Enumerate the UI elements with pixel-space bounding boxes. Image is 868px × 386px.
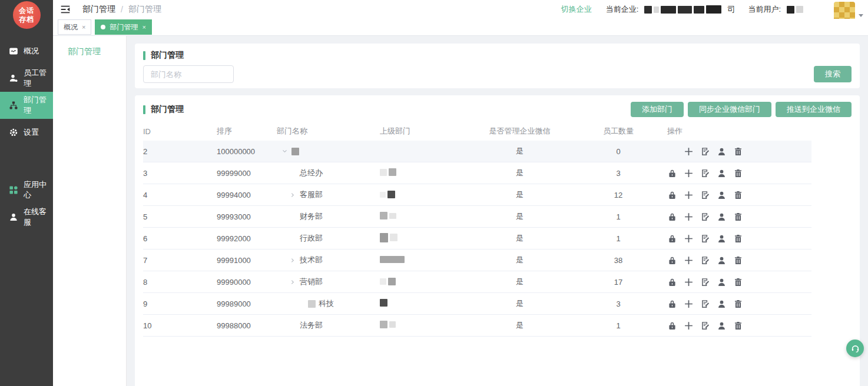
dept-members-icon[interactable] — [717, 212, 727, 222]
sidebar-item-departments[interactable]: 部门管理 — [0, 92, 53, 119]
close-tab-icon[interactable]: × — [142, 24, 145, 31]
submenu-item-departments[interactable]: 部门管理 — [53, 36, 126, 57]
lock-icon[interactable] — [667, 321, 677, 331]
edit-dept-icon[interactable] — [700, 299, 710, 309]
redacted-block — [380, 278, 386, 285]
customer-service-fab[interactable] — [846, 340, 864, 357]
add-child-dept-icon[interactable] — [684, 147, 694, 157]
redacted-block — [694, 6, 704, 14]
search-button[interactable]: 搜索 — [814, 66, 852, 82]
delete-dept-icon[interactable] — [733, 212, 743, 222]
lock-icon[interactable] — [667, 234, 677, 244]
delete-dept-icon[interactable] — [733, 321, 743, 331]
breadcrumb-parent[interactable]: 部门管理 — [82, 4, 115, 15]
edit-dept-icon[interactable] — [700, 168, 710, 178]
cell-operations — [662, 168, 811, 178]
dashboard-icon — [9, 46, 18, 56]
sidebar-item-app-center[interactable]: 应用中心 — [0, 177, 53, 204]
user-menu-caret-icon[interactable] — [859, 14, 863, 17]
cell-id: 4 — [143, 191, 217, 199]
dept-members-icon[interactable] — [717, 277, 727, 287]
sidebar-item-online-support[interactable]: 在线客服 — [0, 204, 53, 231]
delete-dept-icon[interactable] — [733, 168, 743, 178]
tab-departments[interactable]: 部门管理 × — [95, 19, 151, 35]
add-child-dept-icon[interactable] — [684, 212, 694, 222]
cell-id: 5 — [143, 212, 217, 221]
dept-members-icon[interactable] — [717, 234, 727, 244]
cell-id: 6 — [143, 234, 217, 243]
sidebar-item-employees[interactable]: 员工管理 — [0, 65, 53, 92]
dept-members-icon[interactable] — [717, 147, 727, 157]
cell-dept-name: 行政部 — [277, 233, 380, 244]
expand-caret-icon[interactable] — [280, 147, 289, 155]
add-child-dept-icon[interactable] — [684, 299, 694, 309]
sidebar-item-settings[interactable]: 设置 — [0, 119, 53, 146]
redacted-parent-blocks — [380, 233, 397, 242]
title-accent-bar — [143, 51, 145, 60]
redacted-block — [380, 169, 387, 176]
sync-wecom-departments-button[interactable]: 同步企业微信部门 — [688, 102, 771, 117]
add-child-dept-icon[interactable] — [684, 277, 694, 287]
department-name-input[interactable] — [143, 65, 234, 83]
table-row: 2 100000000 是 0 — [143, 141, 811, 162]
expand-caret-icon[interactable] — [289, 191, 297, 199]
redacted-block — [787, 6, 794, 14]
edit-dept-icon[interactable] — [700, 277, 710, 287]
redacted-parent-blocks — [380, 321, 396, 328]
add-child-dept-icon[interactable] — [684, 321, 694, 331]
dept-name-text: 总经办 — [300, 168, 323, 178]
delete-dept-icon[interactable] — [733, 255, 743, 265]
lock-icon[interactable] — [667, 277, 677, 287]
redacted-parent-blocks — [380, 168, 396, 176]
delete-dept-icon[interactable] — [733, 147, 743, 157]
redacted-parent-blocks — [380, 191, 395, 198]
dept-members-icon[interactable] — [717, 168, 727, 178]
delete-dept-icon[interactable] — [733, 190, 743, 200]
dept-members-icon[interactable] — [717, 255, 727, 265]
switch-company-link[interactable]: 切换企业 — [561, 4, 592, 15]
push-to-wecom-button[interactable]: 推送到企业微信 — [776, 102, 852, 117]
expand-caret-icon[interactable] — [289, 278, 297, 286]
delete-dept-icon[interactable] — [733, 277, 743, 287]
add-child-dept-icon[interactable] — [684, 255, 694, 265]
add-child-dept-icon[interactable] — [684, 234, 694, 244]
collapse-sidebar-icon[interactable] — [60, 4, 71, 15]
delete-dept-icon[interactable] — [733, 234, 743, 244]
top-bar: 部门管理 / 部门管理 切换企业 当前企业: 司 当前用户: — [53, 0, 868, 19]
lock-icon[interactable] — [667, 168, 677, 178]
lock-icon[interactable] — [667, 190, 677, 200]
dept-members-icon[interactable] — [717, 321, 727, 331]
lock-icon[interactable] — [667, 212, 677, 222]
table-row: 9 99989000 科技 是 3 — [143, 293, 811, 315]
cell-sort: 100000000 — [217, 147, 277, 156]
edit-dept-icon[interactable] — [700, 321, 710, 331]
cell-parent-dept — [380, 233, 465, 244]
tab-overview[interactable]: 概况 × — [58, 19, 91, 35]
dept-members-icon[interactable] — [717, 299, 727, 309]
delete-dept-icon[interactable] — [733, 299, 743, 309]
lock-icon[interactable] — [667, 255, 677, 265]
sidebar-item-overview[interactable]: 概况 — [0, 38, 53, 65]
add-child-dept-icon[interactable] — [684, 168, 694, 178]
col-header-employee-count: 员工数量 — [574, 126, 662, 137]
close-tab-icon[interactable]: × — [82, 24, 85, 31]
cell-sort: 99994000 — [217, 191, 277, 199]
edit-dept-icon[interactable] — [700, 212, 710, 222]
cell-employee-count: 17 — [574, 278, 662, 287]
edit-dept-icon[interactable] — [700, 234, 710, 244]
add-department-button[interactable]: 添加部门 — [631, 102, 684, 117]
redacted-block — [678, 6, 692, 14]
cell-parent-dept — [380, 147, 465, 156]
redacted-parent-blocks — [380, 278, 396, 285]
cell-dept-name: 总经办 — [277, 168, 380, 178]
add-child-dept-icon[interactable] — [684, 190, 694, 200]
edit-dept-icon[interactable] — [700, 190, 710, 200]
edit-dept-icon[interactable] — [700, 255, 710, 265]
dept-members-icon[interactable] — [717, 190, 727, 200]
lock-icon[interactable] — [667, 299, 677, 309]
cell-operations — [662, 234, 811, 244]
edit-dept-icon[interactable] — [700, 147, 710, 157]
expand-caret-icon[interactable] — [289, 256, 297, 264]
logo-text-line2: 存档 — [19, 15, 34, 24]
cell-employee-count: 3 — [574, 169, 662, 178]
